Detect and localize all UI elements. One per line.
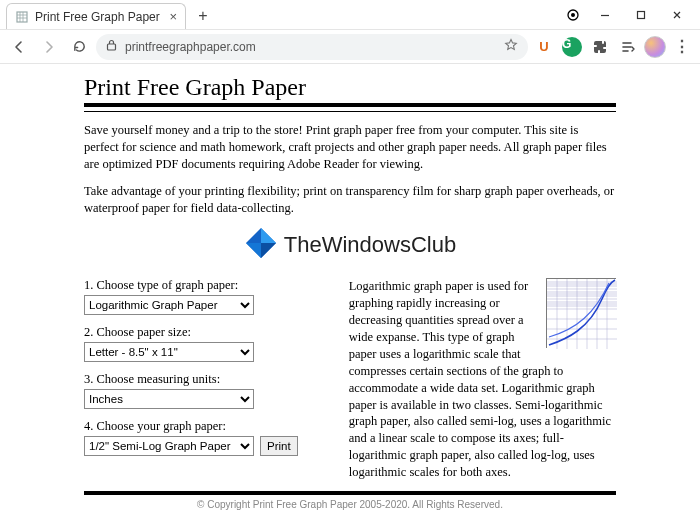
svg-rect-3 bbox=[638, 11, 645, 18]
extension-u-icon[interactable]: U bbox=[532, 35, 556, 59]
divider-thin bbox=[84, 111, 616, 112]
graph-type-select[interactable]: Logarithmic Graph Paper bbox=[84, 295, 254, 315]
tab-strip: Print Free Graph Paper × + bbox=[0, 0, 560, 29]
window-minimize-button[interactable] bbox=[588, 2, 622, 28]
page-content: Print Free Graph Paper Save yourself mon… bbox=[0, 64, 700, 516]
extension-g-icon[interactable]: G bbox=[560, 35, 584, 59]
brand-logo-icon bbox=[244, 226, 278, 264]
intro-paragraph-2: Take advantage of your printing flexibil… bbox=[84, 183, 616, 217]
step3-label: 3. Choose measuring units: bbox=[84, 372, 329, 387]
svg-rect-0 bbox=[17, 12, 27, 22]
graph-paper-select[interactable]: 1/2" Semi-Log Graph Paper bbox=[84, 436, 254, 456]
lock-icon bbox=[106, 39, 117, 54]
reload-button[interactable] bbox=[66, 34, 92, 60]
footer-copyright: © Copyright Print Free Graph Paper 2005-… bbox=[84, 499, 616, 510]
step4-label: 4. Choose your graph paper: bbox=[84, 419, 329, 434]
window-controls bbox=[560, 0, 700, 29]
description-column: Logarithmic graph paper is used for grap… bbox=[349, 278, 616, 481]
new-tab-button[interactable]: + bbox=[190, 3, 216, 29]
close-tab-icon[interactable]: × bbox=[169, 10, 177, 23]
recording-indicator-icon bbox=[560, 3, 586, 27]
brand-banner: TheWindowsClub bbox=[84, 226, 616, 264]
menu-kebab-icon[interactable]: ⋮ bbox=[670, 35, 694, 59]
intro-paragraph-1: Save yourself money and a trip to the st… bbox=[84, 122, 616, 173]
page-title: Print Free Graph Paper bbox=[84, 74, 616, 101]
extensions-puzzle-icon[interactable] bbox=[588, 35, 612, 59]
intro-copy: Save yourself money and a trip to the st… bbox=[84, 122, 616, 216]
divider-thick bbox=[84, 103, 616, 107]
svg-marker-7 bbox=[261, 243, 276, 258]
svg-rect-4 bbox=[108, 44, 116, 50]
window-close-button[interactable] bbox=[660, 2, 694, 28]
favicon-icon bbox=[15, 10, 29, 24]
svg-point-2 bbox=[571, 13, 575, 17]
address-bar[interactable]: printfreegraphpaper.com bbox=[96, 34, 528, 60]
svg-marker-6 bbox=[261, 228, 276, 243]
footer-divider bbox=[84, 491, 616, 495]
browser-toolbar: printfreegraphpaper.com U G ⋮ bbox=[0, 30, 700, 64]
graph-preview-thumb bbox=[546, 278, 616, 348]
profile-avatar[interactable] bbox=[644, 36, 666, 58]
units-select[interactable]: Inches bbox=[84, 389, 254, 409]
browser-tab-active[interactable]: Print Free Graph Paper × bbox=[6, 3, 186, 29]
brand-text: TheWindowsClub bbox=[284, 232, 456, 258]
back-button[interactable] bbox=[6, 34, 32, 60]
paper-size-select[interactable]: Letter - 8.5" x 11" bbox=[84, 342, 254, 362]
step2-label: 2. Choose paper size: bbox=[84, 325, 329, 340]
tab-title: Print Free Graph Paper bbox=[35, 10, 163, 24]
print-button[interactable]: Print bbox=[260, 436, 298, 456]
step1-label: 1. Choose type of graph paper: bbox=[84, 278, 329, 293]
reading-list-icon[interactable] bbox=[616, 35, 640, 59]
window-maximize-button[interactable] bbox=[624, 2, 658, 28]
url-text: printfreegraphpaper.com bbox=[125, 40, 496, 54]
forward-button[interactable] bbox=[36, 34, 62, 60]
window-title-bar: Print Free Graph Paper × + bbox=[0, 0, 700, 30]
bookmark-star-icon[interactable] bbox=[504, 38, 518, 55]
svg-marker-8 bbox=[246, 243, 261, 258]
form-column: 1. Choose type of graph paper: Logarithm… bbox=[84, 278, 329, 466]
